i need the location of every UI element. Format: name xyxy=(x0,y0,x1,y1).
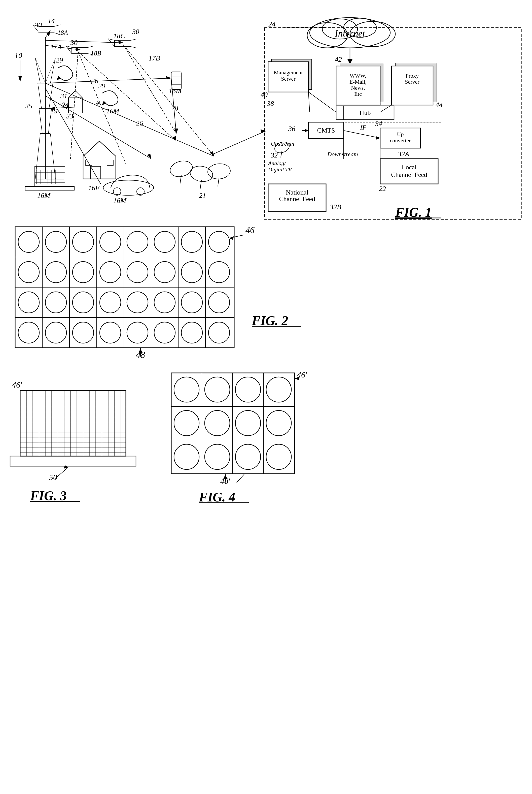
svg-text:Management: Management xyxy=(274,69,303,76)
svg-rect-100 xyxy=(115,40,131,47)
svg-text:16M: 16M xyxy=(37,191,51,199)
svg-text:Internet: Internet xyxy=(335,28,365,39)
svg-text:30: 30 xyxy=(35,21,42,29)
svg-text:22: 22 xyxy=(379,185,386,192)
svg-line-178 xyxy=(308,92,336,112)
fig3-fig4-section: 46' 50 FIG. 3 xyxy=(0,360,532,512)
svg-text:WWW,: WWW, xyxy=(350,73,366,79)
svg-text:Analog/: Analog/ xyxy=(268,160,286,166)
svg-line-67 xyxy=(35,58,40,83)
svg-text:Channel Feed: Channel Feed xyxy=(391,171,427,179)
svg-text:29: 29 xyxy=(98,82,105,90)
svg-rect-110 xyxy=(35,166,65,186)
svg-line-161 xyxy=(124,45,214,156)
svg-marker-239 xyxy=(10,456,136,466)
svg-text:42: 42 xyxy=(335,55,342,63)
svg-text:31: 31 xyxy=(60,92,68,100)
svg-text:32B: 32B xyxy=(329,203,341,211)
svg-marker-163 xyxy=(166,76,171,80)
fig2-svg: 46 48 FIG. 2 xyxy=(0,219,532,360)
svg-text:16F: 16F xyxy=(88,184,100,192)
svg-text:28: 28 xyxy=(171,104,178,112)
svg-text:16M: 16M xyxy=(169,87,182,95)
svg-text:18B: 18B xyxy=(91,50,101,57)
svg-text:FIG. 1: FIG. 1 xyxy=(395,205,432,220)
svg-marker-155 xyxy=(118,40,124,44)
svg-text:Server: Server xyxy=(405,79,419,85)
svg-text:34: 34 xyxy=(375,120,382,128)
svg-text:Server: Server xyxy=(281,76,296,82)
svg-marker-81 xyxy=(18,76,22,82)
svg-text:FIG. 2: FIG. 2 xyxy=(251,313,288,328)
svg-line-76 xyxy=(45,58,55,83)
svg-rect-25 xyxy=(392,66,433,105)
svg-text:29: 29 xyxy=(56,56,63,64)
svg-marker-153 xyxy=(76,48,80,51)
svg-line-166 xyxy=(45,88,101,184)
svg-marker-294 xyxy=(294,377,299,380)
svg-marker-36 xyxy=(305,129,308,132)
svg-line-87 xyxy=(54,25,60,26)
patent-drawing-page: Internet 24 Management Server 40 42 WWW,… xyxy=(0,0,532,794)
svg-text:Digital TV: Digital TV xyxy=(268,166,292,172)
svg-marker-109 xyxy=(102,101,106,105)
svg-text:16M: 16M xyxy=(113,197,127,204)
svg-text:News,: News, xyxy=(351,85,365,91)
svg-text:32: 32 xyxy=(270,151,278,159)
svg-text:36: 36 xyxy=(288,125,295,132)
svg-text:FIG. 4: FIG. 4 xyxy=(198,490,235,504)
svg-text:24: 24 xyxy=(268,20,276,28)
svg-marker-186 xyxy=(376,136,380,140)
svg-text:14: 14 xyxy=(48,17,55,25)
svg-text:CMTS: CMTS xyxy=(317,127,335,134)
svg-text:Proxy: Proxy xyxy=(405,73,419,79)
fig1-diagram: Internet 24 Management Server 40 42 WWW,… xyxy=(0,7,532,227)
svg-line-156 xyxy=(78,52,176,141)
svg-text:46': 46' xyxy=(12,380,22,389)
svg-rect-124 xyxy=(91,166,101,179)
svg-line-95 xyxy=(88,46,94,48)
svg-text:38: 38 xyxy=(267,99,274,107)
svg-marker-165 xyxy=(147,154,151,159)
svg-line-69 xyxy=(38,83,41,108)
svg-text:16M: 16M xyxy=(106,107,119,115)
svg-text:30: 30 xyxy=(70,39,78,47)
svg-line-185 xyxy=(344,131,380,138)
svg-rect-111 xyxy=(25,186,74,190)
svg-text:17B: 17B xyxy=(149,54,160,62)
svg-text:44: 44 xyxy=(436,101,443,109)
svg-line-154 xyxy=(45,40,124,43)
svg-text:40: 40 xyxy=(261,91,268,98)
svg-text:50: 50 xyxy=(49,473,57,482)
fig2-section: 46 48 FIG. 2 xyxy=(0,219,532,360)
svg-marker-107 xyxy=(57,76,61,80)
svg-line-75 xyxy=(35,58,45,83)
svg-line-179 xyxy=(308,92,310,112)
svg-marker-238 xyxy=(20,391,126,456)
svg-text:converter: converter xyxy=(390,137,411,144)
svg-text:26: 26 xyxy=(91,77,98,85)
svg-point-136 xyxy=(207,163,231,180)
svg-line-73 xyxy=(35,133,40,179)
svg-text:Up: Up xyxy=(397,131,404,137)
svg-text:Local: Local xyxy=(402,164,416,171)
svg-text:E-Mail,: E-Mail, xyxy=(349,79,366,85)
svg-text:Etc: Etc xyxy=(354,91,362,97)
svg-text:IF: IF xyxy=(360,124,366,131)
svg-text:46: 46 xyxy=(246,225,254,235)
svg-text:35: 35 xyxy=(25,102,32,110)
svg-text:10: 10 xyxy=(15,51,22,59)
svg-line-176 xyxy=(214,131,266,154)
fig3-fig4-svg: 46' 50 FIG. 3 xyxy=(0,360,532,512)
svg-text:Downstream: Downstream xyxy=(327,151,358,158)
svg-text:30: 30 xyxy=(132,28,139,36)
svg-line-68 xyxy=(50,58,55,83)
svg-line-50 xyxy=(281,151,282,158)
svg-text:26: 26 xyxy=(136,119,143,127)
svg-point-129 xyxy=(113,188,121,195)
svg-line-103 xyxy=(131,39,137,40)
svg-line-71 xyxy=(39,108,42,133)
svg-text:✈: ✈ xyxy=(96,100,100,107)
svg-text:18A: 18A xyxy=(57,29,68,36)
svg-text:FIG. 3: FIG. 3 xyxy=(30,488,66,503)
